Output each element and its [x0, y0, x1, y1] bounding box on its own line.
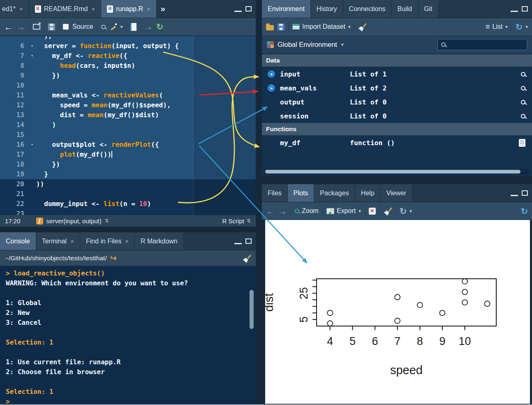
tab-plots-files[interactable]: Files: [262, 184, 288, 202]
close-icon[interactable]: ×: [19, 5, 23, 12]
editor-line[interactable]: 7▾ my_df <- reactive({: [0, 51, 256, 61]
close-icon[interactable]: ×: [125, 238, 129, 245]
zoom-button[interactable]: Zoom: [295, 207, 319, 215]
import-dataset-button[interactable]: Import Dataset ▾: [292, 23, 350, 30]
close-icon[interactable]: ×: [147, 5, 150, 12]
editor-line[interactable]: 11 mean_vals <- reactiveValues(: [0, 90, 256, 100]
tab-environment-git[interactable]: Git: [418, 0, 438, 18]
load-workspace-icon[interactable]: [266, 25, 274, 30]
fold-marker-icon[interactable]: ▾: [28, 51, 36, 61]
editor-line[interactable]: 8 head(cars, input$n): [0, 61, 256, 71]
editor-line[interactable]: 6▾ server = function(input, output) {: [0, 41, 256, 51]
goto-directory-icon[interactable]: ↪: [110, 254, 117, 262]
refresh-environment-button[interactable]: ↻ ▾: [516, 23, 528, 31]
editor-line[interactable]: 19 }: [0, 169, 256, 179]
maximize-pane-icon[interactable]: [522, 190, 528, 196]
source-on-save-checkbox[interactable]: [63, 24, 69, 30]
console-output[interactable]: > load_reactive_objects()WARNING: Which …: [0, 266, 256, 405]
back-icon[interactable]: ←: [4, 23, 13, 31]
expand-icon[interactable]: ▶: [268, 70, 275, 78]
fold-marker-icon[interactable]: ▾: [28, 41, 36, 51]
close-icon[interactable]: ×: [91, 5, 95, 12]
editor-line[interactable]: 17 plot(my_df()): [0, 150, 256, 160]
editor-line[interactable]: 10: [0, 81, 256, 90]
environment-row-output[interactable]: outputList of 0: [262, 95, 532, 109]
clear-all-plots-icon[interactable]: [384, 207, 392, 215]
tab-console-terminal[interactable]: Terminal×: [36, 232, 80, 250]
environment-row-mean-vals[interactable]: ▶mean_valsList of 2: [262, 81, 532, 95]
tab-console-find-in-files[interactable]: Find in Files×: [80, 232, 135, 250]
open-in-window-icon[interactable]: [33, 24, 40, 30]
inspect-object-icon[interactable]: [521, 114, 525, 118]
minimize-pane-icon[interactable]: [511, 6, 518, 12]
minimize-pane-icon[interactable]: [511, 190, 518, 196]
list-view-button[interactable]: ≡ List ▾: [486, 23, 508, 31]
fold-marker-icon[interactable]: ▾: [28, 140, 36, 150]
run-icon[interactable]: →: [144, 23, 153, 31]
environment-row-input[interactable]: ▶inputList of 1: [262, 67, 532, 81]
editor-line[interactable]: 21: [0, 189, 256, 199]
tab-plots-help[interactable]: Help: [355, 184, 381, 202]
minimize-pane-icon[interactable]: [234, 6, 242, 12]
tab-environment-build[interactable]: Build: [392, 0, 419, 18]
tab-overflow-icon[interactable]: »: [157, 0, 169, 18]
cursor-position[interactable]: 17:20: [5, 218, 21, 224]
compile-notebook-icon[interactable]: [130, 23, 136, 31]
tab-console-r-markdown[interactable]: R Markdown: [135, 232, 184, 250]
expand-icon[interactable]: ▶: [268, 84, 275, 92]
editor-line[interactable]: 20)): [0, 179, 256, 189]
minimize-pane-icon[interactable]: [234, 238, 242, 244]
inspect-object-icon[interactable]: [521, 100, 525, 104]
maximize-pane-icon[interactable]: [245, 6, 252, 12]
editor-line[interactable]: 15: [0, 130, 256, 140]
refresh-plot-icon[interactable]: ↻: [520, 207, 528, 215]
code-editor[interactable]: ),6▾ server = function(input, output) {7…: [0, 36, 256, 215]
environment-hscrollbar[interactable]: [264, 169, 530, 174]
save-workspace-icon[interactable]: [278, 23, 285, 30]
editor-line[interactable]: ),: [0, 36, 256, 41]
tab-source-ed1[interactable]: ed1*×: [0, 0, 29, 18]
export-button[interactable]: Export ▾: [326, 207, 361, 215]
next-plot-icon[interactable]: →: [278, 207, 287, 215]
inspect-object-icon[interactable]: [521, 86, 525, 90]
find-replace-icon[interactable]: [101, 25, 106, 29]
clear-objects-icon[interactable]: [358, 23, 366, 31]
environment-search-input[interactable]: [449, 42, 523, 48]
code-tools-button[interactable]: ▾: [109, 23, 123, 31]
editor-line[interactable]: 14 ): [0, 120, 256, 130]
tab-plots-viewer[interactable]: Viewer: [381, 184, 413, 202]
editor-line[interactable]: 22 dummy_input <- list(n = 10): [0, 199, 256, 209]
editor-line[interactable]: 23: [0, 209, 256, 215]
editor-line[interactable]: 18 }): [0, 160, 256, 169]
tab-console-console[interactable]: Console: [0, 232, 36, 250]
editor-line[interactable]: 12 speed = mean(my_df()$speed),: [0, 100, 256, 110]
working-directory[interactable]: ~/GitHub/shinyobjects/tests/testthat/: [5, 255, 107, 262]
maximize-pane-icon[interactable]: [245, 238, 252, 244]
tab-source-readme-rmd[interactable]: README.Rmd×: [29, 0, 101, 18]
editor-line[interactable]: 13 dist = mean(my_df()$dist): [0, 110, 256, 120]
tab-environment-connections[interactable]: Connections: [343, 0, 392, 18]
tab-plots-packages[interactable]: Packages: [314, 184, 355, 202]
scrollbar-thumb[interactable]: [265, 170, 520, 174]
environment-scope-label[interactable]: Global Environment: [278, 41, 337, 49]
previous-plot-icon[interactable]: ←: [266, 207, 275, 215]
maximize-pane-icon[interactable]: [522, 6, 528, 12]
file-type-selector[interactable]: R Script ⇅: [222, 218, 251, 224]
environment-row-my-df[interactable]: my_dffunction (): [262, 136, 532, 150]
rerun-icon[interactable]: ↻: [156, 23, 163, 31]
console-scrollbar[interactable]: [250, 290, 254, 329]
editor-line[interactable]: 9 }): [0, 71, 256, 81]
tab-source-runapp-r[interactable]: runapp.R×: [101, 0, 157, 18]
forward-icon[interactable]: →: [16, 23, 25, 31]
function-scope-label[interactable]: server(input, output): [46, 218, 102, 224]
inspect-object-icon[interactable]: [521, 72, 525, 76]
clear-console-icon[interactable]: [243, 254, 251, 262]
close-icon[interactable]: ×: [70, 238, 74, 245]
view-function-icon[interactable]: [519, 139, 525, 147]
tab-environment-environment[interactable]: Environment: [262, 0, 311, 18]
tab-plots-plots[interactable]: Plots: [288, 184, 315, 202]
save-icon[interactable]: [48, 23, 55, 30]
tab-environment-history[interactable]: History: [311, 0, 343, 18]
publish-button[interactable]: ↻ ▾: [400, 207, 412, 215]
remove-plot-icon[interactable]: ✕: [369, 208, 376, 215]
